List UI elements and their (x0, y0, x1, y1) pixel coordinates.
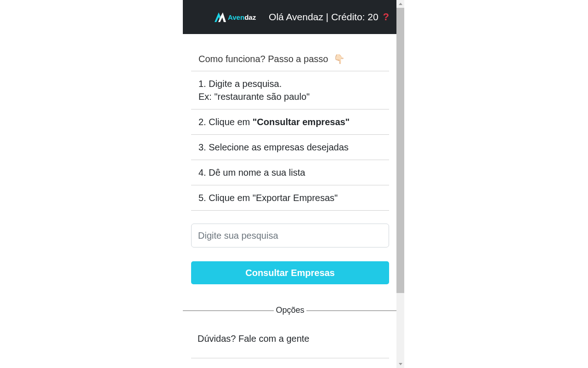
options-label: Opções (274, 305, 306, 315)
scrollbar-track[interactable] (396, 0, 404, 368)
logo-mark-icon (213, 10, 227, 24)
options-divider: Opções (191, 305, 389, 315)
help-icon[interactable]: ? (383, 11, 389, 23)
howto-step-1-line2: Ex: "restaurante são paulo" (198, 90, 389, 103)
panel-header: Avendaz Olá Avendaz | Crédito: 20 ? (183, 0, 397, 34)
separator (191, 358, 389, 358)
howto-step-1: 1. Digite a pesquisa. Ex: "restaurante s… (191, 71, 389, 109)
faq-link[interactable]: Dúvidas? Fale com a gente (191, 334, 389, 344)
logo-text-a: Aven (228, 13, 244, 21)
howto-step-3: 3. Selecione as empresas desejadas (191, 134, 389, 160)
consult-companies-button[interactable]: Consultar Empresas (191, 261, 389, 284)
extension-panel: Avendaz Olá Avendaz | Crédito: 20 ? Como… (183, 0, 397, 368)
howto-step-1-line1: 1. Digite a pesquisa. (198, 77, 389, 90)
point-down-icon: 👇🏻 (334, 54, 345, 64)
howto-step-4: 4. Dê um nome a sua lista (191, 160, 389, 185)
scrollbar-up-button[interactable] (396, 0, 404, 8)
greeting-text: Olá Avendaz | Crédito: 20 (269, 12, 379, 23)
search-input[interactable] (191, 224, 389, 247)
howto-title-text: Como funciona? Passo a passo (198, 54, 328, 64)
howto-step-2-bold: "Consultar empresas" (253, 117, 350, 127)
scrollbar-thumb[interactable] (396, 8, 404, 293)
howto-step-2-prefix: 2. Clique em (198, 117, 253, 127)
brand-logo: Avendaz (213, 10, 256, 24)
scrollbar-down-button[interactable] (396, 360, 404, 368)
howto-step-2: 2. Clique em "Consultar empresas" (191, 109, 389, 134)
howto-steps: 1. Digite a pesquisa. Ex: "restaurante s… (191, 71, 389, 211)
logo-text-b: daz (244, 13, 256, 21)
howto-step-5: 5. Clique em "Exportar Empresas" (191, 185, 389, 211)
howto-title: Como funciona? Passo a passo 👇🏻 (191, 53, 389, 71)
